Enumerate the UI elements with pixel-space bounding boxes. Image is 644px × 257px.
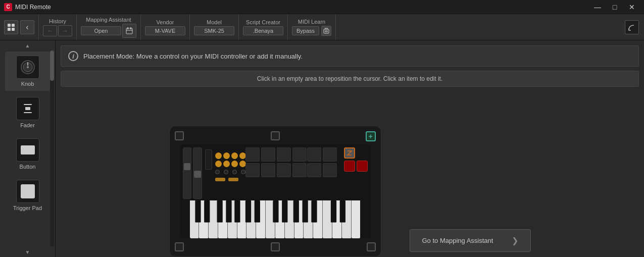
close-button[interactable]: ✕: [624, 1, 640, 13]
small-btn-2[interactable]: [224, 170, 228, 174]
white-key-8[interactable]: [256, 200, 266, 238]
redo-button[interactable]: →: [58, 25, 72, 36]
history-section: History ← →: [39, 14, 77, 40]
midi-learn-label: MIDI Learn: [298, 19, 325, 25]
vendor-section: Vendor M-VAVE: [141, 14, 190, 40]
white-key-2[interactable]: [199, 200, 209, 238]
sidebar: ▲ Knob Fader: [0, 40, 56, 257]
sidebar-trigger-pad-label: Trigger Pad: [13, 205, 42, 211]
restore-icon: [628, 23, 636, 31]
scroll-up-icon: ▲: [25, 43, 30, 48]
goto-mapping-button[interactable]: Go to Mapping Assistant ❯: [410, 229, 531, 252]
bypass-button[interactable]: Bypass: [292, 26, 319, 35]
sidebar-fader-label: Fader: [20, 122, 35, 128]
svg-rect-0: [8, 24, 11, 27]
right-panel: Go to Mapping Assistant ❯: [389, 229, 531, 252]
white-key-1[interactable]: [190, 200, 200, 238]
piano-keyboard: [190, 200, 361, 238]
knob-ctrl-2[interactable]: [223, 152, 230, 159]
pad-rc4[interactable]: [323, 163, 337, 177]
controller-wrapper: +: [169, 126, 381, 252]
white-key-11[interactable]: [285, 200, 294, 238]
small-dark-pad[interactable]: [205, 149, 212, 170]
white-key-3[interactable]: [209, 200, 218, 238]
sidebar-scroll-up[interactable]: ▲: [0, 40, 55, 50]
ctrl-inner: [180, 144, 371, 238]
vendor-value[interactable]: M-VAVE: [145, 26, 185, 35]
pad-c8[interactable]: [292, 163, 307, 177]
button-shape: [21, 145, 35, 155]
white-key-13[interactable]: [304, 200, 313, 238]
sidebar-item-knob[interactable]: Knob: [5, 52, 51, 91]
small-btn-3[interactable]: [232, 170, 237, 174]
white-key-16[interactable]: [332, 200, 342, 238]
script-creator-section: Script Creator .Benaya: [239, 14, 288, 40]
pad-c1[interactable]: [245, 147, 260, 162]
minimize-button[interactable]: —: [589, 1, 606, 13]
scroll-down-icon: ▼: [25, 249, 30, 255]
pad-c5[interactable]: [245, 163, 260, 177]
white-key-12[interactable]: [294, 200, 304, 238]
pad-c2[interactable]: [261, 147, 275, 162]
model-value[interactable]: SMK-25: [194, 26, 234, 35]
fader-1[interactable]: [183, 147, 192, 199]
white-key-10[interactable]: [275, 200, 285, 238]
maximize-button[interactable]: □: [607, 1, 623, 13]
svg-point-18: [27, 66, 29, 68]
pad-c3[interactable]: [277, 147, 291, 162]
small-btn-1[interactable]: [215, 170, 220, 174]
white-key-17[interactable]: [342, 200, 352, 238]
trash-button[interactable]: [321, 26, 331, 36]
script-creator-inner: Script Creator .Benaya: [243, 19, 283, 35]
back-button[interactable]: ‹: [20, 20, 34, 34]
pad-rc1[interactable]: [307, 147, 321, 162]
white-key-9[interactable]: [266, 200, 275, 238]
ctrl-add-button[interactable]: +: [366, 131, 376, 141]
right-pad-active[interactable]: [344, 147, 355, 159]
knob-ctrl-3[interactable]: [231, 152, 238, 159]
calendar-icon-button[interactable]: [122, 24, 136, 38]
apps-grid-button[interactable]: [4, 20, 18, 34]
white-key-6[interactable]: [237, 200, 247, 238]
small-btn-4[interactable]: [241, 170, 245, 174]
knob-ctrl-5[interactable]: [215, 161, 222, 167]
z-icon: [346, 150, 353, 156]
white-key-7[interactable]: [246, 200, 256, 238]
mapping-assistant-inner: Mapping Assistant Open: [81, 17, 136, 38]
short-fader-1[interactable]: [215, 178, 225, 181]
sidebar-item-fader[interactable]: Fader: [5, 93, 51, 132]
sidebar-item-trigger-pad[interactable]: Trigger Pad: [5, 176, 51, 215]
red-pad-2[interactable]: [357, 161, 368, 172]
pad-rc2[interactable]: [323, 147, 337, 162]
sidebar-scroll-down[interactable]: ▼: [0, 247, 55, 257]
knob-ctrl-1[interactable]: [215, 152, 222, 159]
trigger-pad-icon-container: [16, 180, 39, 203]
sidebar-scrollbar[interactable]: [50, 50, 54, 247]
short-fader-2[interactable]: [228, 178, 238, 181]
open-row: Open: [81, 24, 136, 38]
white-key-5[interactable]: [228, 200, 237, 238]
script-creator-value[interactable]: .Benaya: [243, 26, 283, 35]
white-key-4[interactable]: [218, 200, 228, 238]
undo-button[interactable]: ←: [43, 25, 57, 36]
fader-thumb-1: [184, 163, 191, 170]
white-key-18[interactable]: [352, 200, 361, 238]
fader-2[interactable]: [193, 147, 202, 199]
hint-banner: Click in an empty area to reposition the…: [61, 71, 639, 87]
knob-ctrl-7[interactable]: [231, 161, 238, 167]
calendar-icon: [126, 27, 133, 34]
app-title: MIDI Remote: [15, 4, 51, 11]
fader-line-1: [24, 104, 32, 105]
pad-c6[interactable]: [261, 163, 275, 177]
pad-c7[interactable]: [277, 163, 291, 177]
knob-ctrl-6[interactable]: [223, 161, 230, 167]
sidebar-item-button[interactable]: Button: [5, 134, 51, 174]
red-pad-1[interactable]: [344, 161, 355, 172]
restore-button[interactable]: [625, 20, 639, 34]
pad-c4[interactable]: [292, 147, 307, 162]
pad-rc3[interactable]: [307, 163, 321, 177]
white-key-14[interactable]: [313, 200, 323, 238]
white-key-15[interactable]: [323, 200, 332, 238]
open-button[interactable]: Open: [81, 26, 121, 35]
history-inner: History ← →: [43, 18, 72, 36]
